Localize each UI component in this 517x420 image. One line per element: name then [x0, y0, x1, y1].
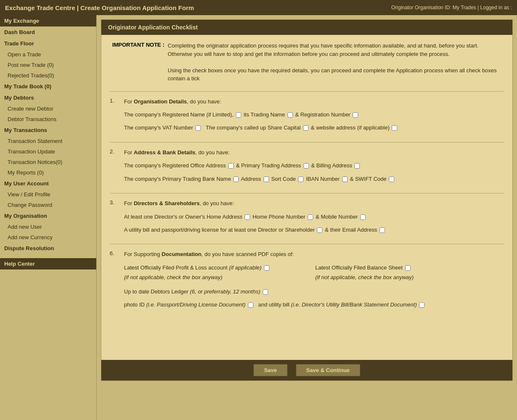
cb-trading-name[interactable] — [288, 112, 293, 118]
sidebar-item-my-transactions[interactable]: My Transactions — [0, 124, 96, 136]
section-6-row3-italic: (i.e. Passport/Driving License Document) — [146, 301, 245, 308]
checklist-footer: Save Save & Continue — [101, 360, 512, 380]
checklist-container: Originator Application Checklist IMPORTA… — [101, 19, 513, 381]
section-6-row-2: Up to date Debtors Ledger (6, or preferr… — [124, 287, 504, 296]
cb-bank-name[interactable] — [233, 177, 239, 182]
cb-vat-number[interactable] — [195, 125, 201, 131]
sidebar-item-change-password[interactable]: Change Password — [0, 200, 96, 210]
cb-share-capital[interactable] — [303, 125, 309, 131]
checklist-section-2: 2. For Address & Bank Details, do you ha… — [110, 142, 504, 193]
section-3-title: For Directors & Shareholders, do you hav… — [124, 199, 504, 208]
important-text: Completing the originator application pr… — [168, 42, 504, 83]
section-2-number: 2. — [110, 148, 120, 187]
sidebar-item-dispute-resolution[interactable]: Dispute Resolution — [0, 243, 96, 254]
sidebar-item-post-new-trade[interactable]: Post new Trade (0) — [0, 60, 96, 70]
header-right-info: Originator Organisation ID: My Trades | … — [391, 5, 512, 11]
section-2-row-1: The company's Registered Office Address … — [124, 161, 504, 170]
save-button[interactable]: Save — [253, 364, 287, 376]
sidebar-item-open-trade[interactable]: Open a Trade — [0, 49, 96, 60]
section-3-row-1: At least one Director's or Owner's Home … — [124, 212, 504, 222]
main-content: Originator Application Checklist IMPORTA… — [97, 15, 517, 420]
cb-photo-id[interactable] — [248, 302, 253, 308]
sidebar-item-add-new-user[interactable]: Add new User — [0, 222, 96, 232]
important-note: IMPORTANT NOTE : Completing the originat… — [110, 42, 504, 83]
section-3-content: For Directors & Shareholders, do you hav… — [124, 199, 504, 238]
section-2-row-2: The company's Primary Trading Bank Name … — [124, 174, 504, 184]
cb-profit-loss[interactable] — [264, 265, 269, 271]
cb-billing-address[interactable] — [354, 163, 360, 169]
app-title: Exchange Trade Centre | Create Organisat… — [5, 4, 194, 11]
sidebar-item-my-user-account[interactable]: My User Account — [0, 178, 96, 189]
sidebar-item-rejected-trades[interactable]: Rejected Trades(0) — [0, 70, 96, 81]
checklist-section-6: 6. For Supporting Documentation, do you … — [110, 244, 504, 319]
section-6-row-3: photo ID (i.e. Passport/Driving License … — [124, 300, 504, 309]
cb-debtors-ledger[interactable] — [263, 289, 268, 295]
section-6-content: For Supporting Documentation, do you hav… — [124, 250, 504, 313]
section-6-row1c-italic: (if not applicable, check the box anyway… — [124, 274, 222, 280]
cb-mobile[interactable] — [360, 214, 366, 220]
sidebar-item-my-trade-book[interactable]: My Trade Book (0) — [0, 81, 96, 92]
cb-email-address[interactable] — [380, 227, 385, 233]
section-3-number: 3. — [110, 199, 120, 238]
sidebar-item-transaction-statement[interactable]: Transaction Statement — [0, 136, 96, 146]
checklist-body: IMPORTANT NOTE : Completing the originat… — [101, 35, 512, 360]
important-text-2: Using the check boxes once you have the … — [168, 66, 504, 83]
section-3-title-bold: Directors & Shareholders — [134, 200, 200, 206]
cb-sort-code[interactable] — [298, 177, 303, 182]
cb-primary-trading-address[interactable] — [303, 163, 309, 169]
cb-registered-office[interactable] — [228, 163, 234, 169]
section-1-title-bold: Organisation Details — [134, 98, 187, 105]
section-6-row3-italic2: (i.e. Director's Utility Bill/Bank State… — [291, 301, 417, 308]
section-2-content: For Address & Bank Details, do you have:… — [124, 148, 504, 187]
sidebar-item-view-edit-profile[interactable]: View / Edit Profile — [0, 189, 96, 200]
sidebar-item-add-new-currency[interactable]: Add new Currency — [0, 232, 96, 243]
checklist-section-3: 3. For Directors & Shareholders, do you … — [110, 193, 504, 244]
cb-registered-name[interactable] — [236, 112, 241, 118]
top-header: Exchange Trade Centre | Create Organisat… — [0, 0, 517, 15]
sidebar-item-transaction-update[interactable]: Transaction Update — [0, 146, 96, 157]
important-label: IMPORTANT NOTE : — [110, 42, 164, 83]
section-1-number: 1. — [110, 98, 120, 136]
sidebar: My Exchange Dash Board Trade Floor Open … — [0, 15, 97, 420]
cb-swift[interactable] — [389, 177, 394, 182]
checklist-header: Originator Application Checklist — [101, 20, 512, 35]
section-1-content: For Organisation Details, do you have: T… — [124, 98, 504, 136]
cb-utility-bill[interactable] — [419, 302, 425, 308]
sidebar-item-trade-floor[interactable]: Trade Floor — [0, 38, 96, 49]
sidebar-my-exchange-header[interactable]: My Exchange — [0, 15, 96, 26]
cb-registration-number[interactable] — [353, 112, 358, 118]
sidebar-item-my-reports[interactable]: My Reports (0) — [0, 167, 96, 178]
cb-home-address[interactable] — [245, 214, 250, 220]
checklist-section-1: 1. For Organisation Details, do you have… — [110, 91, 504, 142]
sidebar-item-transaction-notices[interactable]: Transaction Notices(0) — [0, 157, 96, 167]
section-6-row1b-italic: (if not applicable, check the box anyway… — [315, 274, 414, 280]
sidebar-item-my-organisation[interactable]: My Organisation — [0, 210, 96, 222]
section-1-title: For Organisation Details, do you have: — [124, 98, 504, 106]
important-text-1: Completing the originator application pr… — [168, 42, 504, 58]
section-2-title: For Address & Bank Details, do you have: — [124, 148, 504, 157]
section-6-title: For Supporting Documentation, do you hav… — [124, 250, 504, 259]
section-6-row1a-italic: (if applicable) — [229, 264, 261, 271]
cb-balance-sheet[interactable] — [405, 265, 411, 271]
sidebar-item-create-new-debtor[interactable]: Create new Debtor — [0, 103, 96, 114]
section-1-row-2: The company's VAT Number The company's c… — [124, 123, 504, 132]
sidebar-item-dashboard[interactable]: Dash Board — [0, 26, 96, 38]
section-6-row-1: Latest Officially Filed Profit & Loss ac… — [124, 263, 504, 283]
cb-home-phone[interactable] — [308, 214, 313, 220]
section-6-title-bold: Documentation — [162, 251, 202, 257]
section-6-row2-italic: (6, or preferrably, 12 months) — [190, 288, 260, 295]
cb-utility-passport[interactable] — [317, 227, 322, 233]
save-continue-button[interactable]: Save & Continue — [296, 364, 360, 376]
layout: My Exchange Dash Board Trade Floor Open … — [0, 15, 517, 420]
cb-address[interactable] — [264, 177, 269, 182]
sidebar-help-center-header[interactable]: Help Center — [0, 258, 96, 269]
sidebar-item-my-debtors[interactable]: My Debtors — [0, 92, 96, 103]
cb-iban[interactable] — [342, 177, 348, 182]
cb-website[interactable] — [392, 125, 397, 131]
section-3-row-2: A utility bill and passport/driving lice… — [124, 225, 504, 235]
section-1-row-1: The company's Registered Name (if Limite… — [124, 110, 504, 119]
sidebar-item-debtor-transactions[interactable]: Debtor Transactions — [0, 114, 96, 124]
section-6-number: 6. — [110, 250, 120, 313]
section-2-title-bold: Address & Bank Details — [134, 149, 195, 156]
